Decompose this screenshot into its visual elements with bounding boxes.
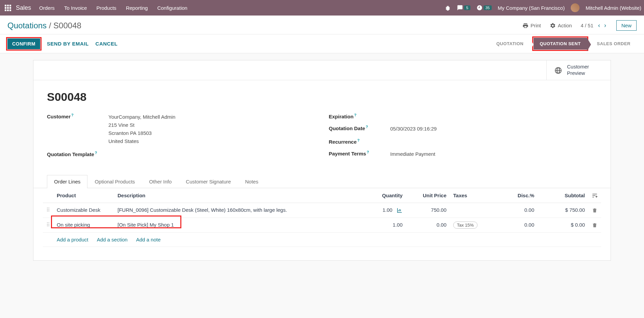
cell-quantity[interactable]: 1.00 bbox=[359, 218, 406, 232]
cell-disc[interactable]: 0.00 bbox=[487, 218, 538, 232]
column-settings-icon[interactable] bbox=[588, 188, 601, 203]
col-product: Product bbox=[53, 188, 114, 203]
add-section-link[interactable]: Add a section bbox=[97, 237, 128, 242]
cell-subtotal: $ 750.00 bbox=[538, 203, 588, 218]
help-icon[interactable]: ? bbox=[95, 151, 97, 155]
label-expiration: Expiration? bbox=[329, 113, 390, 119]
order-lines-table: Product Description Quantity Unit Price … bbox=[43, 188, 601, 247]
cancel-button[interactable]: CANCEL bbox=[96, 41, 118, 47]
label-payment-terms: Payment Terms? bbox=[329, 150, 390, 158]
bug-icon[interactable] bbox=[445, 4, 451, 11]
avatar[interactable] bbox=[571, 3, 579, 12]
drag-handle-icon[interactable]: ⠿ bbox=[43, 203, 53, 218]
status-sales-order[interactable]: SALES ORDER bbox=[591, 38, 637, 50]
cell-description[interactable]: [FURN_0096] Customizable Desk (Steel, Wh… bbox=[114, 203, 359, 218]
pager-prev-icon[interactable]: ‹ bbox=[597, 21, 601, 30]
confirm-button[interactable]: CONFIRM bbox=[7, 38, 40, 49]
cell-taxes[interactable] bbox=[450, 203, 487, 218]
cell-taxes[interactable]: Tax 15% bbox=[450, 218, 487, 232]
col-disc: Disc.% bbox=[487, 188, 538, 203]
help-icon[interactable]: ? bbox=[354, 113, 357, 117]
label-recurrence: Recurrence? bbox=[329, 138, 390, 145]
company-selector[interactable]: My Company (San Francisco) bbox=[498, 5, 565, 11]
pager-count: 4 / 51 bbox=[581, 23, 593, 28]
breadcrumb: Quotations / S00048 bbox=[7, 21, 81, 30]
nav-orders[interactable]: Orders bbox=[39, 5, 55, 11]
cell-unit-price[interactable]: 750.00 bbox=[406, 203, 450, 218]
help-icon[interactable]: ? bbox=[367, 150, 369, 154]
customer-preview-button[interactable]: Customer Preview bbox=[546, 60, 611, 80]
nav-items: Orders To Invoice Products Reporting Con… bbox=[39, 5, 187, 11]
col-subtotal: Subtotal bbox=[538, 188, 588, 203]
nav-configuration[interactable]: Configuration bbox=[157, 5, 187, 11]
forecast-icon[interactable] bbox=[396, 207, 403, 213]
col-quantity: Quantity bbox=[359, 188, 406, 203]
breadcrumb-bar: Quotations / S00048 Print Action 4 / 51 … bbox=[0, 16, 644, 34]
col-unit-price: Unit Price bbox=[406, 188, 450, 203]
messages-icon[interactable]: 5 bbox=[457, 5, 470, 11]
tax-chip[interactable]: Tax 15% bbox=[453, 222, 478, 229]
record-title: S00048 bbox=[47, 90, 597, 104]
nav-to-invoice[interactable]: To Invoice bbox=[64, 5, 87, 11]
value-quotation-date[interactable]: 05/30/2023 09:16:29 bbox=[390, 125, 437, 133]
send-email-button[interactable]: SEND BY EMAIL bbox=[47, 41, 89, 47]
print-icon bbox=[522, 23, 529, 29]
delete-row-icon[interactable] bbox=[588, 218, 601, 232]
tab-order-lines[interactable]: Order Lines bbox=[47, 175, 87, 188]
label-customer: Customer? bbox=[47, 113, 108, 145]
tab-optional-products[interactable]: Optional Products bbox=[87, 175, 142, 188]
col-description: Description bbox=[114, 188, 359, 203]
add-note-link[interactable]: Add a note bbox=[136, 237, 161, 242]
value-payment-terms[interactable]: Immediate Payment bbox=[390, 150, 435, 158]
value-customer[interactable]: YourCompany, Mitchell Admin 215 Vine St … bbox=[108, 113, 175, 145]
label-quotation-date: Quotation Date? bbox=[329, 125, 390, 133]
table-row[interactable]: ⠿ On site picking [On Site Pick] My Shop… bbox=[43, 218, 601, 232]
cell-subtotal: $ 0.00 bbox=[538, 218, 588, 232]
tab-other-info[interactable]: Other Info bbox=[142, 175, 179, 188]
form-sheet: Customer Preview S00048 Customer? YourCo… bbox=[33, 60, 611, 261]
delete-row-icon[interactable] bbox=[588, 203, 601, 218]
activity-badge: 35 bbox=[484, 5, 492, 10]
cell-disc[interactable]: 0.00 bbox=[487, 203, 538, 218]
status-quotation-sent[interactable]: QUOTATION SENT bbox=[534, 38, 587, 50]
action-bar: CONFIRM SEND BY EMAIL CANCEL QUOTATION Q… bbox=[0, 34, 644, 53]
globe-icon bbox=[554, 66, 562, 75]
top-nav: Sales Orders To Invoice Products Reporti… bbox=[0, 0, 644, 16]
pager: 4 / 51 ‹ › bbox=[581, 21, 608, 30]
cell-product[interactable]: On site picking bbox=[53, 218, 114, 232]
tab-customer-signature[interactable]: Customer Signature bbox=[179, 175, 238, 188]
breadcrumb-root[interactable]: Quotations bbox=[7, 21, 47, 30]
module-brand[interactable]: Sales bbox=[16, 4, 31, 11]
status-quotation[interactable]: QUOTATION bbox=[490, 38, 530, 50]
tab-notes[interactable]: Notes bbox=[238, 175, 265, 188]
add-product-link[interactable]: Add a product bbox=[57, 237, 88, 242]
messages-badge: 5 bbox=[464, 5, 470, 10]
action-button[interactable]: Action bbox=[550, 23, 572, 29]
col-taxes: Taxes bbox=[450, 188, 487, 203]
help-icon[interactable]: ? bbox=[357, 138, 360, 142]
cell-quantity[interactable]: 1.00 bbox=[359, 203, 406, 218]
label-quotation-template: Quotation Template? bbox=[47, 151, 108, 157]
breadcrumb-current: S00048 bbox=[53, 21, 81, 30]
tabs: Order Lines Optional Products Other Info… bbox=[33, 175, 611, 188]
nav-products[interactable]: Products bbox=[96, 5, 116, 11]
new-button[interactable]: New bbox=[616, 20, 637, 31]
cell-product[interactable]: Customizable Desk bbox=[53, 203, 114, 218]
cell-unit-price[interactable]: 0.00 bbox=[406, 218, 450, 232]
table-row[interactable]: ⠿ Customizable Desk [FURN_0096] Customiz… bbox=[43, 203, 601, 218]
gear-icon bbox=[550, 23, 556, 29]
activity-icon[interactable]: 35 bbox=[476, 5, 492, 11]
user-name[interactable]: Mitchell Admin (Website) bbox=[586, 5, 641, 11]
help-icon[interactable]: ? bbox=[71, 113, 74, 117]
status-bar: QUOTATION QUOTATION SENT SALES ORDER bbox=[490, 38, 637, 50]
pager-next-icon[interactable]: › bbox=[603, 21, 608, 30]
nav-reporting[interactable]: Reporting bbox=[126, 5, 148, 11]
print-button[interactable]: Print bbox=[522, 23, 541, 29]
help-icon[interactable]: ? bbox=[366, 125, 368, 129]
apps-icon[interactable] bbox=[5, 5, 11, 11]
